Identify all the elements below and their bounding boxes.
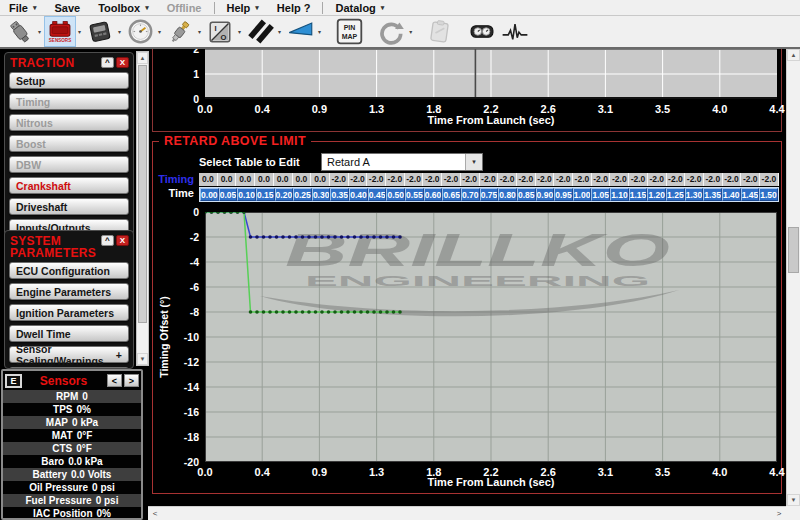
main-vertical-scrollbar[interactable]: ▲ ▼ bbox=[786, 49, 800, 506]
timing-cell[interactable]: -2.0 bbox=[386, 173, 405, 186]
time-cell[interactable]: 0.65 bbox=[442, 188, 461, 201]
timing-cell[interactable]: 0.0 bbox=[311, 173, 330, 186]
timing-cell[interactable]: -2.0 bbox=[480, 173, 499, 186]
time-cell[interactable]: 0.75 bbox=[480, 188, 499, 201]
sidebar-item-engine-parameters[interactable]: Engine Parameters bbox=[9, 283, 129, 300]
time-cell[interactable]: 1.00 bbox=[573, 188, 592, 201]
timing-cell[interactable]: -2.0 bbox=[349, 173, 368, 186]
timing-cell[interactable]: -2.0 bbox=[536, 173, 555, 186]
pin-map-button[interactable]: PINMAP bbox=[333, 16, 365, 47]
timing-cell[interactable]: -2.0 bbox=[423, 173, 442, 186]
timing-cell[interactable]: -2.0 bbox=[667, 173, 686, 186]
timing-cell[interactable]: -2.0 bbox=[330, 173, 349, 186]
menu-item-file[interactable]: File▾ bbox=[0, 0, 45, 15]
time-cell[interactable]: 0.20 bbox=[275, 188, 294, 201]
time-cell[interactable]: 0.15 bbox=[256, 188, 275, 201]
dropdown-arrow-icon[interactable]: ▾ bbox=[318, 28, 321, 35]
time-cell[interactable]: 1.25 bbox=[666, 188, 685, 201]
dropdown-arrow-icon[interactable]: ▾ bbox=[158, 28, 161, 35]
timing-cell[interactable]: -2.0 bbox=[760, 173, 779, 186]
timing-cell[interactable]: -2.0 bbox=[461, 173, 480, 186]
timing-cell[interactable]: -2.0 bbox=[405, 173, 424, 186]
time-cell[interactable]: 0.80 bbox=[498, 188, 517, 201]
menu-item-help[interactable]: Help ? bbox=[268, 0, 320, 15]
timing-cell[interactable]: -2.0 bbox=[704, 173, 723, 186]
timing-cell[interactable]: -2.0 bbox=[723, 173, 742, 186]
timing-cell[interactable]: -2.0 bbox=[554, 173, 573, 186]
sync-button[interactable] bbox=[375, 16, 407, 47]
menu-item-datalog[interactable]: Datalog▾ bbox=[326, 0, 393, 15]
time-cell[interactable]: 1.10 bbox=[610, 188, 629, 201]
sidebar-scrollbar[interactable]: ▲ ▼ bbox=[136, 51, 149, 366]
scroll-left-button[interactable]: < bbox=[148, 507, 162, 520]
time-cell[interactable]: 0.35 bbox=[330, 188, 349, 201]
time-cell[interactable]: 0.10 bbox=[237, 188, 256, 201]
sidebar-item-crankshaft[interactable]: Crankshaft bbox=[9, 177, 129, 194]
time-cell[interactable]: 0.00 bbox=[200, 188, 219, 201]
timing-cell[interactable]: -2.0 bbox=[517, 173, 536, 186]
sidebar-item-dwell-time[interactable]: Dwell Time bbox=[9, 325, 129, 342]
ecu-sensors-button[interactable]: SENSORS bbox=[44, 16, 76, 47]
timing-cell[interactable]: -2.0 bbox=[685, 173, 704, 186]
dropdown-arrow-icon[interactable]: ▾ bbox=[409, 28, 412, 35]
dropdown-arrow-icon[interactable]: ▾ bbox=[238, 28, 241, 35]
timing-cell[interactable]: 0.0 bbox=[236, 173, 255, 186]
scroll-down-button[interactable]: ▼ bbox=[787, 494, 800, 506]
time-cell[interactable]: 0.85 bbox=[517, 188, 536, 201]
dropdown-arrow-icon[interactable]: ▾ bbox=[278, 28, 281, 35]
timing-cell[interactable]: -2.0 bbox=[629, 173, 648, 186]
scroll-up-button[interactable]: ▲ bbox=[787, 49, 800, 61]
time-cell[interactable]: 1.40 bbox=[722, 188, 741, 201]
timing-cell[interactable]: -2.0 bbox=[610, 173, 629, 186]
traction-stripes-button[interactable] bbox=[244, 16, 276, 47]
sidebar-item-setup[interactable]: Setup bbox=[9, 72, 129, 89]
time-cell[interactable]: 0.25 bbox=[293, 188, 312, 201]
sensors-edit-button[interactable]: E bbox=[5, 374, 22, 388]
scrollbar-thumb[interactable] bbox=[138, 65, 147, 323]
retard-chart-plot[interactable]: BRILLKOENGINEERING bbox=[205, 212, 777, 462]
pulse-button[interactable] bbox=[499, 16, 531, 47]
timing-cell[interactable]: -2.0 bbox=[741, 173, 760, 186]
timing-cell[interactable]: -2.0 bbox=[592, 173, 611, 186]
time-cell[interactable]: 0.50 bbox=[386, 188, 405, 201]
time-cell[interactable]: 1.35 bbox=[703, 188, 722, 201]
sensors-next-button[interactable]: > bbox=[124, 374, 139, 387]
menu-item-save[interactable]: Save bbox=[45, 0, 89, 15]
time-cell[interactable]: 0.60 bbox=[424, 188, 443, 201]
top-chart-plot[interactable] bbox=[205, 49, 777, 99]
time-cell[interactable]: 0.40 bbox=[349, 188, 368, 201]
scroll-down-button[interactable]: ▼ bbox=[137, 353, 148, 365]
timing-cell[interactable]: -2.0 bbox=[498, 173, 517, 186]
menu-item-help[interactable]: Help▾ bbox=[218, 0, 268, 15]
timing-cell[interactable]: 0.0 bbox=[293, 173, 312, 186]
scrollbar-thumb[interactable] bbox=[788, 227, 799, 273]
timing-cell[interactable]: -2.0 bbox=[648, 173, 667, 186]
chevron-down-icon[interactable]: ▾ bbox=[465, 154, 482, 170]
dropdown-arrow-icon[interactable]: ▾ bbox=[78, 28, 81, 35]
scroll-right-button[interactable]: > bbox=[772, 507, 786, 520]
io-button[interactable]: IO bbox=[204, 16, 236, 47]
time-cell[interactable]: 0.30 bbox=[312, 188, 331, 201]
timing-cell[interactable]: 0.0 bbox=[255, 173, 274, 186]
sidebar-item-driveshaft[interactable]: Driveshaft bbox=[9, 198, 129, 215]
timing-cell[interactable]: 0.0 bbox=[218, 173, 237, 186]
time-cell[interactable]: 1.20 bbox=[647, 188, 666, 201]
select-table-dropdown[interactable]: Retard A ▾ bbox=[321, 153, 483, 171]
time-cell[interactable]: 0.55 bbox=[405, 188, 424, 201]
handheld-tuner-button[interactable] bbox=[84, 16, 116, 47]
sidebar-item-sensor-scaling-warnings[interactable]: Sensor Scaling/Warnings+ bbox=[9, 346, 129, 363]
time-cell[interactable]: 0.95 bbox=[554, 188, 573, 201]
sidebar-item-ecu-configuration[interactable]: ECU Configuration bbox=[9, 262, 129, 279]
collapse-button[interactable]: ^ bbox=[101, 57, 114, 68]
menu-item-toolbox[interactable]: Toolbox▾ bbox=[89, 0, 157, 15]
time-cell[interactable]: 0.05 bbox=[219, 188, 238, 201]
timing-cell[interactable]: 0.0 bbox=[274, 173, 293, 186]
gauge-button[interactable] bbox=[124, 16, 156, 47]
timing-cell[interactable]: -2.0 bbox=[573, 173, 592, 186]
dropdown-arrow-icon[interactable]: ▾ bbox=[38, 28, 41, 35]
scroll-up-button[interactable]: ▲ bbox=[137, 52, 148, 64]
time-cell[interactable]: 1.45 bbox=[741, 188, 760, 201]
time-cell[interactable]: 0.90 bbox=[536, 188, 555, 201]
time-cell[interactable]: 1.05 bbox=[591, 188, 610, 201]
close-button[interactable]: X bbox=[116, 57, 129, 68]
